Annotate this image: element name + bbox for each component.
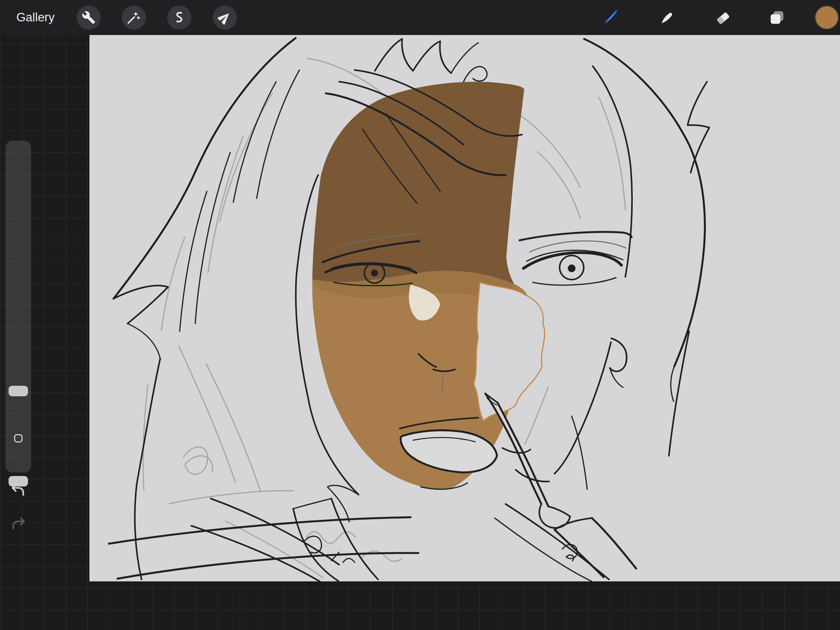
modify-button[interactable] (10, 430, 26, 446)
modify-square-icon (12, 432, 24, 444)
undo-icon (10, 481, 27, 499)
transform-arrow-icon (218, 10, 232, 24)
smudge-button[interactable] (656, 6, 679, 29)
redo-icon (10, 515, 27, 532)
selection-s-icon (172, 10, 186, 24)
magic-wand-icon (127, 10, 141, 24)
transform-button[interactable] (213, 5, 237, 30)
artwork-sketch (89, 35, 840, 581)
redo-button[interactable] (7, 513, 29, 534)
drawing-canvas[interactable] (89, 35, 840, 581)
color-swatch-button[interactable] (815, 6, 838, 29)
erase-button[interactable] (711, 6, 734, 29)
app-root: Gallery (0, 0, 840, 630)
smudge-icon (658, 9, 676, 26)
gallery-button[interactable]: Gallery (16, 0, 54, 35)
layers-button[interactable] (765, 6, 789, 29)
paint-button[interactable] (599, 6, 622, 29)
selection-button[interactable] (167, 5, 191, 30)
paintbrush-icon (602, 9, 620, 26)
wrench-icon (82, 10, 96, 24)
layers-icon (768, 9, 786, 26)
adjustments-button[interactable] (122, 5, 146, 30)
eraser-icon (714, 9, 732, 26)
undo-button[interactable] (7, 479, 29, 501)
actions-button[interactable] (77, 5, 101, 30)
topbar: Gallery (0, 0, 840, 35)
brush-size-slider-handle[interactable] (9, 386, 28, 396)
sidebar-slider-track[interactable] (5, 141, 31, 472)
